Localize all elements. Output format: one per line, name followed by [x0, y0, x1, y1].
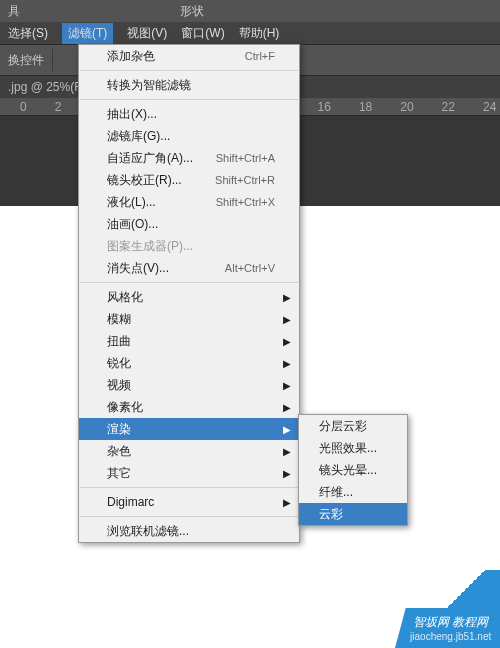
- menu-label: 视频: [107, 377, 131, 394]
- separator: [80, 516, 298, 517]
- menu-view[interactable]: 视图(V): [127, 25, 167, 42]
- separator: [52, 49, 53, 71]
- menu-video[interactable]: 视频▶: [79, 374, 299, 396]
- submenu-lighting-effects[interactable]: 光照效果...: [299, 437, 407, 459]
- submenu-arrow-icon: ▶: [283, 314, 291, 325]
- menu-label: 扭曲: [107, 333, 131, 350]
- menu-label: 分层云彩: [319, 418, 367, 435]
- menu-window[interactable]: 窗口(W): [181, 25, 224, 42]
- menu-label: 转换为智能滤镜: [107, 77, 191, 94]
- ruler-tick: 20: [400, 100, 413, 114]
- menu-noise[interactable]: 杂色▶: [79, 440, 299, 462]
- separator: [80, 70, 298, 71]
- ruler-tick: 18: [359, 100, 372, 114]
- menu-label: 风格化: [107, 289, 143, 306]
- menu-liquify[interactable]: 液化(L)...Shift+Ctrl+X: [79, 191, 299, 213]
- menu-label: 云彩: [319, 506, 343, 523]
- submenu-difference-clouds[interactable]: 分层云彩: [299, 415, 407, 437]
- menu-label: 自适应广角(A)...: [107, 150, 193, 167]
- menu-label: 图案生成器(P)...: [107, 238, 193, 255]
- ruler-tick: 2: [55, 100, 62, 114]
- watermark-sub: jiaocheng.jb51.net: [410, 631, 491, 642]
- submenu-arrow-icon: ▶: [283, 468, 291, 479]
- menubar: 选择(S) 滤镜(T) 视图(V) 窗口(W) 帮助(H): [0, 22, 500, 44]
- ruler-tick: 0: [20, 100, 27, 114]
- submenu-arrow-icon: ▶: [283, 292, 291, 303]
- separator: [80, 99, 298, 100]
- menu-label: 渲染: [107, 421, 131, 438]
- menu-smart-filter[interactable]: 转换为智能滤镜: [79, 74, 299, 96]
- ruler-tick: 22: [442, 100, 455, 114]
- ruler-tick: 24: [483, 100, 496, 114]
- shortcut: Alt+Ctrl+V: [225, 262, 275, 274]
- menu-label: 镜头光晕...: [319, 462, 377, 479]
- shortcut: Shift+Ctrl+A: [216, 152, 275, 164]
- filter-menu: 添加杂色Ctrl+F 转换为智能滤镜 抽出(X)... 滤镜库(G)... 自适…: [78, 44, 300, 543]
- submenu-fibers[interactable]: 纤维...: [299, 481, 407, 503]
- menu-extract[interactable]: 抽出(X)...: [79, 103, 299, 125]
- menu-distort[interactable]: 扭曲▶: [79, 330, 299, 352]
- tool-label: 具: [8, 3, 20, 20]
- menu-oil-paint[interactable]: 油画(O)...: [79, 213, 299, 235]
- menu-label: 模糊: [107, 311, 131, 328]
- shape-label: 形状: [180, 3, 204, 20]
- shortcut: Ctrl+F: [245, 50, 275, 62]
- menu-label: 液化(L)...: [107, 194, 156, 211]
- menu-label: 消失点(V)...: [107, 260, 169, 277]
- menu-label: 像素化: [107, 399, 143, 416]
- menu-label: 油画(O)...: [107, 216, 158, 233]
- submenu-arrow-icon: ▶: [283, 402, 291, 413]
- menu-filter-gallery[interactable]: 滤镜库(G)...: [79, 125, 299, 147]
- submenu-lens-flare[interactable]: 镜头光晕...: [299, 459, 407, 481]
- submenu-arrow-icon: ▶: [283, 497, 291, 508]
- menu-other[interactable]: 其它▶: [79, 462, 299, 484]
- menu-label: Digimarc: [107, 495, 154, 509]
- menu-select[interactable]: 选择(S): [8, 25, 48, 42]
- tool-options-top: 具 形状: [0, 0, 500, 22]
- shortcut: Shift+Ctrl+R: [215, 174, 275, 186]
- submenu-arrow-icon: ▶: [283, 336, 291, 347]
- menu-label: 抽出(X)...: [107, 106, 157, 123]
- menu-render[interactable]: 渲染▶: [79, 418, 299, 440]
- menu-filter[interactable]: 滤镜(T): [62, 23, 113, 44]
- menu-label: 锐化: [107, 355, 131, 372]
- submenu-arrow-icon: ▶: [283, 358, 291, 369]
- menu-label: 杂色: [107, 443, 131, 460]
- ruler-tick: 16: [318, 100, 331, 114]
- separator: [80, 487, 298, 488]
- swap-controls-label[interactable]: 换控件: [8, 52, 44, 69]
- menu-blur[interactable]: 模糊▶: [79, 308, 299, 330]
- menu-label: 滤镜库(G)...: [107, 128, 170, 145]
- menu-help[interactable]: 帮助(H): [239, 25, 280, 42]
- menu-sharpen[interactable]: 锐化▶: [79, 352, 299, 374]
- menu-adaptive-wide[interactable]: 自适应广角(A)...Shift+Ctrl+A: [79, 147, 299, 169]
- menu-browse-online[interactable]: 浏览联机滤镜...: [79, 520, 299, 542]
- menu-last-filter[interactable]: 添加杂色Ctrl+F: [79, 45, 299, 67]
- menu-label: 浏览联机滤镜...: [107, 523, 189, 540]
- menu-label: 添加杂色: [107, 48, 155, 65]
- menu-label: 纤维...: [319, 484, 353, 501]
- menu-label: 镜头校正(R)...: [107, 172, 182, 189]
- menu-lens-correction[interactable]: 镜头校正(R)...Shift+Ctrl+R: [79, 169, 299, 191]
- watermark: 智坂网 教程网 jiaocheng.jb51.net: [395, 608, 500, 648]
- menu-vanishing-point[interactable]: 消失点(V)...Alt+Ctrl+V: [79, 257, 299, 279]
- menu-pixelate[interactable]: 像素化▶: [79, 396, 299, 418]
- render-submenu: 分层云彩 光照效果... 镜头光晕... 纤维... 云彩: [298, 414, 408, 526]
- watermark-main: 智坂网 教程网: [411, 614, 497, 631]
- submenu-clouds[interactable]: 云彩: [299, 503, 407, 525]
- menu-label: 光照效果...: [319, 440, 377, 457]
- menu-label: 其它: [107, 465, 131, 482]
- menu-digimarc[interactable]: Digimarc▶: [79, 491, 299, 513]
- menu-stylize[interactable]: 风格化▶: [79, 286, 299, 308]
- submenu-arrow-icon: ▶: [283, 380, 291, 391]
- submenu-arrow-icon: ▶: [283, 424, 291, 435]
- menu-pattern-maker: 图案生成器(P)...: [79, 235, 299, 257]
- separator: [80, 282, 298, 283]
- submenu-arrow-icon: ▶: [283, 446, 291, 457]
- shortcut: Shift+Ctrl+X: [216, 196, 275, 208]
